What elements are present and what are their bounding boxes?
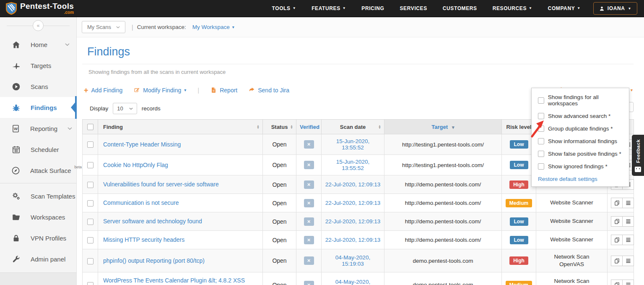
copy-button[interactable] bbox=[611, 198, 623, 208]
col-header-scan-date[interactable]: Scan date▲▼ bbox=[322, 120, 384, 134]
row-actions bbox=[611, 235, 634, 245]
col-header-status[interactable]: Status▲▼ bbox=[263, 120, 296, 134]
nav-item-features[interactable]: FEATURES▼ bbox=[312, 5, 346, 11]
menu-item-group-duplicate-findings[interactable]: Group duplicate findings * bbox=[538, 126, 629, 132]
scan-date-link[interactable]: 04-May-2020, 15:19:03 bbox=[335, 279, 370, 285]
row-checkbox[interactable] bbox=[87, 219, 93, 225]
col-header-target[interactable]: Target▾ bbox=[384, 120, 502, 134]
menu-item-show-informational-findings[interactable]: Show informational findings bbox=[538, 138, 629, 144]
row-checkbox[interactable] bbox=[87, 141, 93, 148]
row-checkbox[interactable] bbox=[87, 237, 93, 243]
checkbox[interactable] bbox=[538, 126, 544, 132]
caret-down-icon: ▼ bbox=[628, 7, 631, 10]
select-all-checkbox[interactable] bbox=[87, 124, 93, 130]
scan-date-link[interactable]: 15-Jun-2020, 13:55:52 bbox=[336, 138, 370, 151]
scan-date-link[interactable]: 22-Jul-2020, 12:09:13 bbox=[325, 181, 380, 188]
row-checkbox[interactable] bbox=[87, 182, 93, 188]
report-button[interactable]: Report bbox=[210, 87, 237, 94]
nav-item-resources[interactable]: RESOURCES▼ bbox=[493, 5, 532, 11]
scan-date-link[interactable]: 22-Jul-2020, 12:09:13 bbox=[325, 218, 380, 225]
sidebar-item-vpn-profiles[interactable]: VPN Profiles bbox=[0, 227, 76, 248]
workspace-selector[interactable]: My Workspace ▾ bbox=[192, 24, 234, 30]
checkbox[interactable] bbox=[538, 163, 544, 170]
action-label: Report bbox=[220, 87, 237, 94]
caret-down-icon: ▼ bbox=[293, 7, 296, 10]
nav-item-label: TOOLS bbox=[272, 5, 291, 11]
finding-link[interactable]: WordPress The Events Calendar Plugin &lt… bbox=[103, 277, 245, 285]
sidebar-collapse-button[interactable]: « bbox=[33, 20, 44, 31]
finding-link[interactable]: Missing HTTP security headers bbox=[103, 236, 184, 243]
finding-link[interactable]: Communication is not secure bbox=[103, 199, 179, 206]
sidebar-item-attack-surface[interactable]: Attack Surfacebeta bbox=[0, 160, 76, 181]
verified-toggle[interactable]: × bbox=[304, 161, 314, 169]
copy-button[interactable] bbox=[611, 235, 623, 245]
list-button[interactable] bbox=[622, 280, 634, 285]
verified-toggle[interactable]: × bbox=[304, 256, 314, 265]
add-finding-button[interactable]: +Add Finding bbox=[84, 87, 122, 94]
scan-date-link[interactable]: 22-Jul-2020, 12:09:13 bbox=[325, 237, 380, 243]
nav-item-services[interactable]: SERVICES bbox=[400, 5, 427, 11]
sidebar-item-workspaces[interactable]: Workspaces bbox=[0, 207, 76, 227]
list-button[interactable] bbox=[622, 216, 634, 227]
verified-toggle[interactable]: × bbox=[304, 236, 314, 244]
list-button[interactable] bbox=[622, 256, 634, 266]
finding-link[interactable]: Cookie No HttpOnly Flag bbox=[103, 162, 168, 168]
person-icon bbox=[599, 6, 605, 11]
row-checkbox[interactable] bbox=[87, 258, 93, 264]
checkbox[interactable] bbox=[538, 138, 544, 144]
scan-date-link[interactable]: 15-Jun-2020, 13:55:52 bbox=[336, 159, 370, 171]
user-menu-button[interactable]: IOANA ▼ bbox=[593, 2, 637, 15]
verified-toggle[interactable]: × bbox=[304, 217, 314, 226]
verified-toggle[interactable]: × bbox=[304, 199, 314, 207]
feedback-tab[interactable]: Feedback bbox=[632, 135, 644, 176]
checkbox[interactable] bbox=[538, 113, 544, 119]
scan-date-link[interactable]: 04-May-2020, 15:19:03 bbox=[335, 254, 370, 267]
sidebar-item-findings[interactable]: Findings bbox=[0, 97, 76, 118]
list-button[interactable] bbox=[622, 198, 634, 208]
finding-link[interactable]: phpinfo() output Reporting (port 80/tcp) bbox=[103, 257, 205, 264]
send-to-jira-button[interactable]: Send to Jira bbox=[249, 87, 289, 94]
row-checkbox[interactable] bbox=[87, 200, 93, 207]
copy-button[interactable] bbox=[611, 216, 623, 227]
risk-badge: Medium bbox=[506, 199, 532, 207]
checkbox[interactable] bbox=[538, 97, 544, 104]
sidebar-item-admin-panel[interactable]: Admin panel bbox=[0, 248, 76, 269]
finding-link[interactable]: Server software and technology found bbox=[103, 218, 202, 225]
nav-item-tools[interactable]: TOOLS▼ bbox=[272, 5, 296, 11]
row-checkbox[interactable] bbox=[87, 162, 93, 168]
sidebar-item-scheduler[interactable]: Scheduler bbox=[0, 139, 76, 160]
my-scans-select[interactable]: My Scans bbox=[82, 21, 125, 33]
nav-item-company[interactable]: COMPANY▼ bbox=[548, 5, 581, 11]
menu-item-show-advanced-search[interactable]: Show advanced search * bbox=[538, 113, 629, 119]
scan-date-link[interactable]: 22-Jul-2020, 12:09:13 bbox=[325, 200, 380, 206]
copy-button[interactable] bbox=[611, 256, 623, 266]
nav-item-customers[interactable]: CUSTOMERS bbox=[443, 5, 477, 11]
nav-item-pricing[interactable]: PRICING bbox=[361, 5, 384, 11]
sidebar-item-scans[interactable]: Scans bbox=[0, 76, 76, 97]
records-per-page-select[interactable]: 10 bbox=[113, 103, 137, 114]
checkbox[interactable] bbox=[538, 151, 544, 157]
row-checkbox[interactable] bbox=[87, 282, 93, 285]
copy-button[interactable] bbox=[611, 280, 623, 285]
finding-link[interactable]: Vulnerabilities found for server-side so… bbox=[103, 181, 219, 188]
sidebar-item-home[interactable]: Home bbox=[0, 34, 76, 55]
finding-link[interactable]: Content-Type Header Missing bbox=[103, 141, 181, 148]
menu-item-show-findings-for-all-workspaces[interactable]: Show findings for all workspaces bbox=[538, 94, 629, 107]
verified-toggle[interactable]: × bbox=[304, 180, 314, 189]
sidebar-item-reporting[interactable]: WReporting bbox=[0, 118, 76, 139]
modify-finding-button[interactable]: Modify Finding▾ bbox=[134, 87, 186, 94]
sidebar-item-targets[interactable]: Targets bbox=[0, 55, 76, 76]
verified-toggle[interactable]: × bbox=[304, 281, 314, 285]
col-header-finding[interactable]: Finding▲▼ bbox=[98, 120, 263, 134]
brand-logo[interactable]: Pentest-Tools .com bbox=[6, 2, 74, 15]
restore-default-settings-link[interactable]: Restore default settings bbox=[538, 176, 629, 182]
sidebar-item-scan-templates[interactable]: Scan Templates bbox=[0, 186, 76, 207]
column-label: Finding bbox=[103, 124, 123, 130]
sort-icon: ▲▼ bbox=[378, 125, 381, 129]
col-header-verified[interactable]: Verified bbox=[296, 120, 322, 134]
menu-item-show-ignored-findings[interactable]: Show ignored findings * bbox=[538, 163, 629, 170]
menu-item-show-false-positive-findings[interactable]: Show false positive findings * bbox=[538, 151, 629, 157]
list-button[interactable] bbox=[622, 235, 634, 245]
verified-toggle[interactable]: × bbox=[304, 140, 314, 149]
caret-down-icon: ▼ bbox=[343, 7, 346, 10]
